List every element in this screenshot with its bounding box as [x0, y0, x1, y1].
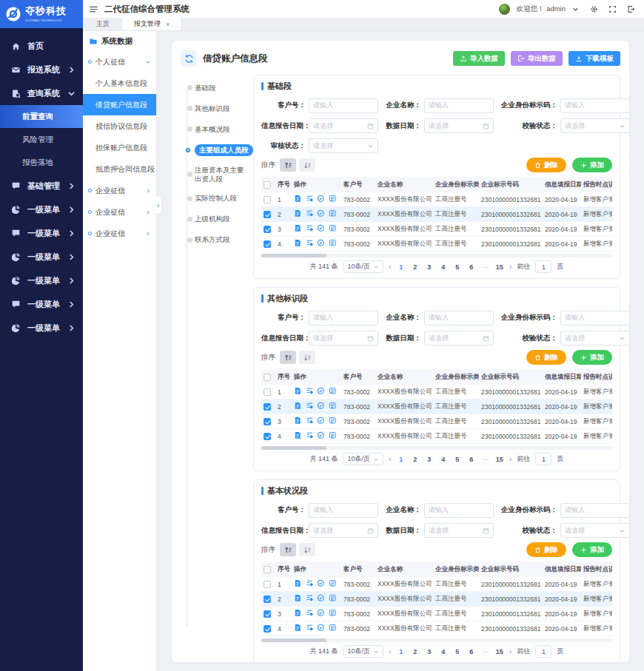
row-checkbox[interactable]	[264, 240, 271, 248]
sidebar-subitem[interactable]: 前置查询	[0, 105, 83, 128]
delete-button[interactable]: 删除	[526, 542, 566, 557]
edit-file-icon[interactable]	[294, 579, 302, 587]
anchor-item[interactable]: 实际控制人段	[184, 193, 247, 204]
record-list-icon[interactable]	[329, 609, 337, 617]
view-detail-icon[interactable]	[306, 239, 314, 247]
row-checkbox[interactable]	[264, 433, 271, 440]
row-checkbox[interactable]	[264, 581, 271, 588]
table-row[interactable]: 1783-0002XXXX股份有限公司工商注册号2301000000133268…	[261, 577, 612, 592]
sort-asc-button[interactable]	[280, 158, 296, 172]
row-checkbox[interactable]	[264, 418, 271, 425]
check-circle-icon[interactable]	[317, 609, 325, 617]
check-circle-icon[interactable]	[317, 209, 325, 218]
table-row[interactable]: 4783-0002XXXX股份有限公司工商注册号2301000000133268…	[261, 429, 612, 444]
row-checkbox[interactable]	[264, 196, 271, 203]
page-number[interactable]: 1	[397, 648, 406, 655]
page-number[interactable]: 2	[411, 263, 420, 271]
sidebar-subitem[interactable]: 风险管理	[0, 128, 83, 151]
scrollbar-thumb[interactable]	[261, 638, 326, 642]
row-checkbox[interactable]	[264, 226, 271, 233]
date-picker[interactable]: 请选择	[424, 523, 494, 538]
text-input[interactable]: 请输入	[560, 311, 629, 326]
select-all-checkbox[interactable]	[264, 566, 271, 573]
date-picker[interactable]: 请选择	[424, 331, 494, 345]
record-list-icon[interactable]	[329, 624, 337, 632]
page-number[interactable]: 15	[495, 263, 504, 271]
chevron-down-icon[interactable]	[571, 5, 580, 13]
anchor-item[interactable]: 联系方式段	[184, 235, 247, 246]
table-row[interactable]: 3783-0002XXXX股份有限公司工商注册号2301000000133268…	[261, 607, 612, 621]
action-button-1[interactable]: 导出数据	[511, 51, 563, 66]
anchor-item[interactable]: 基本概况段	[184, 124, 247, 135]
page-number[interactable]: 5	[453, 648, 462, 655]
text-input[interactable]: 请输入	[424, 311, 494, 326]
page-number[interactable]: 4	[439, 648, 448, 655]
collapse-handle-icon[interactable]: ›	[155, 195, 162, 215]
page-size-select[interactable]: 10条/页	[343, 260, 384, 273]
add-button[interactable]: 添加	[572, 350, 612, 365]
record-list-icon[interactable]	[329, 209, 337, 218]
table-row[interactable]: 1783-0002XXXX股份有限公司工商注册号2301000000133268…	[261, 192, 612, 207]
sort-desc-button[interactable]	[299, 158, 315, 172]
record-list-icon[interactable]	[329, 417, 337, 425]
check-circle-icon[interactable]	[317, 224, 325, 232]
sidebar-item[interactable]: 首页	[0, 34, 83, 58]
row-checkbox[interactable]	[264, 610, 271, 618]
horizontal-scrollbar[interactable]	[261, 254, 612, 257]
table-row[interactable]: 3783-0002XXXX股份有限公司工商注册号2301000000133268…	[261, 414, 612, 429]
page-number[interactable]: 15	[495, 648, 504, 655]
text-input[interactable]: 请输入	[560, 98, 629, 113]
sort-asc-button[interactable]	[280, 543, 296, 556]
check-circle-icon[interactable]	[317, 239, 325, 247]
page-size-select[interactable]: 10条/页	[343, 645, 384, 658]
sidebar-subitem[interactable]: 报告落地	[0, 151, 83, 174]
goto-page-input[interactable]: 1	[535, 645, 551, 658]
action-button-0[interactable]: 导入数据	[453, 51, 505, 66]
view-detail-icon[interactable]	[306, 224, 314, 232]
view-detail-icon[interactable]	[306, 402, 314, 410]
tree-group[interactable]: 企业征信	[83, 223, 156, 244]
table-row[interactable]: 4783-0002XXXX股份有限公司工商注册号2301000000133268…	[261, 621, 612, 636]
sidebar-item[interactable]: 报送系统	[0, 58, 83, 81]
page-number[interactable]: ···	[481, 456, 490, 463]
view-detail-icon[interactable]	[306, 417, 314, 425]
view-detail-icon[interactable]	[306, 579, 314, 587]
sidebar-item[interactable]: 基础管理	[0, 174, 83, 198]
row-checkbox[interactable]	[264, 403, 271, 411]
goto-page-input[interactable]: 1	[535, 453, 551, 465]
select-all-checkbox[interactable]	[264, 181, 271, 189]
tree-group[interactable]: 个人征信	[83, 51, 156, 73]
select-input[interactable]: 请选择	[560, 331, 629, 345]
edit-file-icon[interactable]	[294, 239, 302, 247]
table-row[interactable]: 4783-0002XXXX股份有限公司工商注册号2301000000133268…	[261, 237, 612, 252]
select-input[interactable]: 请选择	[309, 138, 378, 153]
sort-asc-button[interactable]	[280, 351, 296, 364]
select-input[interactable]: 请选择	[560, 523, 629, 538]
view-detail-icon[interactable]	[306, 594, 314, 602]
delete-button[interactable]: 删除	[526, 158, 566, 172]
table-row[interactable]: 2783-0002XXXX股份有限公司工商注册号2301000000133268…	[261, 399, 612, 414]
page-number[interactable]: 4	[439, 263, 448, 271]
row-checkbox[interactable]	[264, 596, 271, 603]
page-number[interactable]: 15	[495, 456, 504, 463]
close-icon[interactable]: ×	[166, 21, 170, 28]
sidebar-item[interactable]: 一级菜单	[0, 245, 83, 269]
text-input[interactable]: 请输入	[309, 98, 378, 113]
edit-file-icon[interactable]	[294, 609, 302, 617]
edit-file-icon[interactable]	[294, 431, 302, 439]
check-circle-icon[interactable]	[317, 387, 325, 395]
page-number[interactable]: 6	[467, 648, 476, 655]
view-detail-icon[interactable]	[306, 387, 314, 395]
tree-item[interactable]: 抵质押合同信息段	[83, 158, 156, 180]
logout-icon[interactable]	[627, 5, 635, 13]
settings-gear-icon[interactable]	[590, 5, 598, 13]
date-picker[interactable]: 请选择	[424, 118, 494, 133]
add-button[interactable]: 添加	[572, 542, 612, 557]
horizontal-scrollbar[interactable]	[261, 638, 612, 642]
record-list-icon[interactable]	[329, 224, 337, 232]
delete-button[interactable]: 删除	[526, 350, 566, 365]
page-number[interactable]: 1	[397, 263, 406, 271]
page-number[interactable]: 3	[425, 456, 434, 463]
edit-file-icon[interactable]	[294, 417, 302, 425]
page-number[interactable]: ···	[481, 263, 490, 271]
